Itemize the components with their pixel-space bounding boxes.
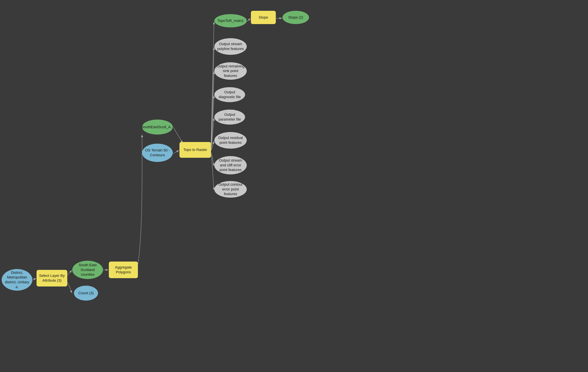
district-node[interactable]: District, Metropolitan district, Unitary… bbox=[2, 269, 32, 291]
os-terrain-contours-label: OS Terrain 50 - Contours bbox=[142, 146, 173, 159]
output-stream-cliff-label: Output stream and cliff error point feat… bbox=[214, 156, 247, 174]
svg-line-8 bbox=[247, 18, 251, 21]
svg-line-13 bbox=[211, 118, 214, 150]
output-diagnostic-node[interactable]: Output diagnostic file bbox=[214, 87, 245, 102]
slope-label: Slope bbox=[257, 13, 270, 21]
topoto-r-main1-label: TopoToR_main1 bbox=[216, 17, 245, 25]
southeast-scotl-a-label: SouthEastScotl_A... bbox=[140, 123, 176, 131]
slope2-label: Slope (2) bbox=[287, 13, 305, 21]
os-terrain-contours-node[interactable]: OS Terrain 50 - Contours bbox=[142, 144, 173, 162]
output-remaining-sink-label: Output remaining sink point features bbox=[214, 62, 247, 80]
output-residual-node[interactable]: Output residual point features bbox=[214, 132, 247, 149]
svg-line-2 bbox=[68, 270, 72, 275]
output-contour-error-label: Output contour error point features bbox=[214, 181, 247, 198]
southeast-scotl-a-node[interactable]: SouthEastScotl_A... bbox=[142, 120, 173, 134]
output-contour-error-node[interactable]: Output contour error point features bbox=[214, 181, 247, 198]
svg-line-7 bbox=[211, 21, 214, 145]
svg-line-11 bbox=[211, 72, 214, 146]
output-parameter-node[interactable]: Output parameter file bbox=[214, 110, 245, 124]
south-east-scotland-label: South East Scotland counties bbox=[72, 261, 103, 279]
output-stream-polyline-node[interactable]: Output stream polyline features bbox=[214, 38, 247, 55]
svg-line-15 bbox=[211, 153, 214, 166]
district-label: District, Metropolitan district, Unitary… bbox=[2, 269, 32, 291]
aggregate-polygons-label: Aggregate Polygons bbox=[109, 263, 138, 276]
south-east-scotland-node[interactable]: South East Scotland counties bbox=[72, 261, 103, 279]
output-remaining-sink-node[interactable]: Output remaining sink point features bbox=[214, 62, 247, 80]
output-stream-cliff-node[interactable]: Output stream and cliff error point feat… bbox=[214, 156, 247, 174]
svg-line-6 bbox=[173, 150, 179, 154]
count3-node[interactable]: Count (3) bbox=[74, 286, 98, 300]
svg-line-12 bbox=[211, 95, 214, 149]
select-layer-node[interactable]: Select Layer By Attribute (3) bbox=[37, 270, 67, 287]
svg-line-14 bbox=[211, 141, 214, 150]
svg-line-1 bbox=[33, 278, 36, 280]
output-stream-polyline-label: Output stream polyline features bbox=[214, 40, 247, 53]
select-layer-label: Select Layer By Attribute (3) bbox=[37, 272, 67, 284]
svg-line-3 bbox=[68, 282, 72, 293]
output-residual-label: Output residual point features bbox=[214, 134, 247, 147]
output-diagnostic-label: Output diagnostic file bbox=[214, 88, 245, 101]
topo-to-raster-node[interactable]: Topo to Raster bbox=[179, 142, 211, 158]
count3-label: Count (3) bbox=[77, 289, 95, 297]
topoto-r-main1-node[interactable]: TopoToR_main1 bbox=[214, 14, 247, 27]
aggregate-polygons-node[interactable]: Aggregate Polygons bbox=[109, 262, 138, 278]
svg-line-10 bbox=[211, 47, 214, 145]
topo-to-raster-label: Topo to Raster bbox=[182, 146, 209, 154]
svg-line-16 bbox=[211, 155, 214, 190]
output-parameter-label: Output parameter file bbox=[214, 111, 245, 124]
slope2-node[interactable]: Slope (2) bbox=[283, 11, 309, 24]
slope-node[interactable]: Slope bbox=[251, 11, 276, 24]
